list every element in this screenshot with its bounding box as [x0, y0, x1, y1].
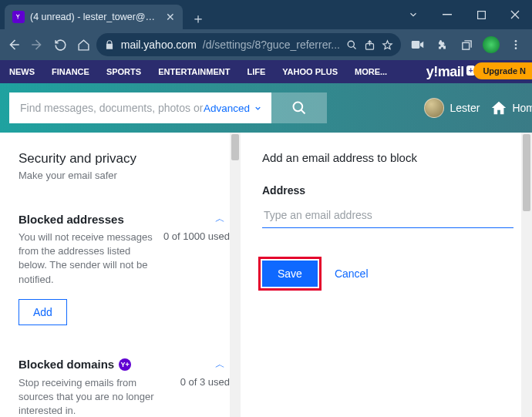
nav-item-finance[interactable]: FINANCE: [52, 67, 89, 76]
svg-point-2: [348, 41, 354, 47]
search-button[interactable]: [271, 92, 327, 123]
window-minimize-icon[interactable]: [430, 0, 464, 29]
nav-reload-button[interactable]: [49, 32, 71, 57]
user-name-label: Lester: [450, 102, 480, 114]
settings-left-panel: Security and privacy Make your email saf…: [0, 133, 241, 417]
nav-item-life[interactable]: LIFE: [247, 67, 265, 76]
browser-toolbar: mail.yahoo.com /d/settings/8?guce_referr…: [0, 29, 532, 60]
blocked-addresses-meta: 0 of 1000 used: [163, 230, 230, 287]
blocked-domains-card: Blocked domains Y+ ︿ Stop receiving emai…: [19, 358, 230, 417]
page-scrollbar[interactable]: [521, 133, 532, 417]
nav-item-yahoo-plus[interactable]: YAHOO PLUS: [282, 67, 338, 76]
svg-rect-1: [477, 11, 485, 18]
window-titlebar: (4 unread) - lester_tower@yahoo ✕ ＋: [0, 0, 532, 29]
blocked-domains-title: Blocked domains: [19, 358, 114, 371]
scrollbar-thumb[interactable]: [231, 134, 239, 160]
video-icon[interactable]: [406, 32, 429, 57]
home-label: Hom: [512, 102, 532, 114]
nav-item-sports[interactable]: SPORTS: [106, 67, 141, 76]
add-blocked-address-button[interactable]: Add: [19, 299, 67, 325]
svg-point-6: [515, 40, 517, 42]
url-host: mail.yahoo.com: [121, 39, 197, 51]
svg-point-8: [515, 47, 517, 49]
tab-strip: (4 unread) - lester_tower@yahoo ✕ ＋: [0, 0, 396, 29]
tab-title: (4 unread) - lester_tower@yahoo: [30, 12, 157, 22]
scrollbar-thumb[interactable]: [523, 134, 530, 211]
nav-home-button[interactable]: [73, 32, 95, 57]
logo-text: y!mail: [426, 64, 464, 80]
advanced-label: Advanced: [204, 103, 250, 114]
page-subtitle: Make your email safer: [19, 170, 230, 181]
collapse-icon[interactable]: ︿: [215, 212, 230, 226]
blocked-domains-desc: Stop receiving emails from sources that …: [19, 376, 173, 417]
share-icon[interactable]: [364, 39, 375, 51]
lock-icon: [104, 39, 115, 50]
address-bar[interactable]: mail.yahoo.com /d/settings/8?guce_referr…: [96, 33, 401, 56]
upgrade-button[interactable]: Upgrade N: [473, 62, 532, 79]
tabs-icon[interactable]: [455, 32, 478, 57]
right-panel-title: Add an email address to block: [262, 151, 513, 164]
mail-header: Advanced Lester Hom: [0, 83, 532, 133]
svg-rect-0: [443, 14, 452, 15]
settings-right-panel: Add an email address to block Address Sa…: [241, 133, 532, 417]
search-box: Advanced: [9, 92, 271, 123]
address-field-label: Address: [262, 184, 513, 197]
block-email-input[interactable]: [262, 201, 513, 228]
user-chip[interactable]: Lester: [424, 98, 480, 118]
yahoo-plus-badge-icon: Y+: [119, 358, 131, 371]
blocked-addresses-desc: You will not receive messages from the a…: [19, 230, 156, 287]
nav-back-button[interactable]: [3, 32, 25, 57]
nav-forward-button[interactable]: [26, 32, 48, 57]
new-tab-button[interactable]: ＋: [187, 8, 209, 29]
collapse-icon[interactable]: ︿: [215, 358, 230, 372]
nav-item-more[interactable]: MORE...: [355, 67, 387, 76]
svg-rect-4: [411, 41, 419, 49]
home-button[interactable]: Hom: [490, 99, 532, 116]
cancel-button[interactable]: Cancel: [335, 267, 369, 280]
browser-tab-active[interactable]: (4 unread) - lester_tower@yahoo ✕: [5, 5, 183, 29]
avatar: [424, 98, 444, 118]
browser-menu-icon[interactable]: [504, 32, 527, 57]
home-icon: [490, 99, 507, 116]
svg-point-9: [294, 103, 303, 112]
yahoo-mail-logo[interactable]: y!mail +: [426, 64, 475, 80]
search-icon: [291, 100, 307, 116]
blocked-addresses-card: Blocked addresses ︿ You will not receive…: [19, 212, 230, 325]
tab-close-icon[interactable]: ✕: [166, 11, 175, 23]
blocked-domains-meta: 0 of 3 used: [180, 376, 230, 417]
window-close-icon[interactable]: [498, 0, 532, 29]
page-title: Security and privacy: [19, 151, 230, 166]
svg-point-7: [515, 44, 517, 46]
window-controls: [396, 0, 532, 29]
window-dropdown-icon[interactable]: [396, 0, 430, 29]
svg-rect-5: [462, 42, 469, 49]
search-in-url-icon[interactable]: [346, 39, 358, 51]
advanced-search-button[interactable]: Advanced: [204, 103, 265, 114]
settings-main: Security and privacy Make your email saf…: [0, 133, 532, 417]
url-path: /d/settings/8?guce_referrer...: [203, 39, 340, 51]
bookmark-star-icon[interactable]: [382, 39, 393, 51]
nav-item-entertainment[interactable]: ENTERTAINMENT: [158, 67, 230, 76]
window-maximize-icon[interactable]: [464, 0, 498, 29]
nav-item-news[interactable]: NEWS: [9, 67, 35, 76]
left-panel-scrollbar[interactable]: [230, 133, 241, 417]
yahoo-top-nav: NEWS FINANCE SPORTS ENTERTAINMENT LIFE Y…: [0, 60, 532, 83]
blocked-addresses-title: Blocked addresses: [19, 213, 215, 226]
extensions-icon[interactable]: [430, 32, 453, 57]
yahoo-favicon: [12, 11, 25, 23]
save-button[interactable]: Save: [262, 261, 318, 287]
search-input[interactable]: [20, 102, 204, 114]
profile-avatar-icon[interactable]: [480, 32, 503, 57]
